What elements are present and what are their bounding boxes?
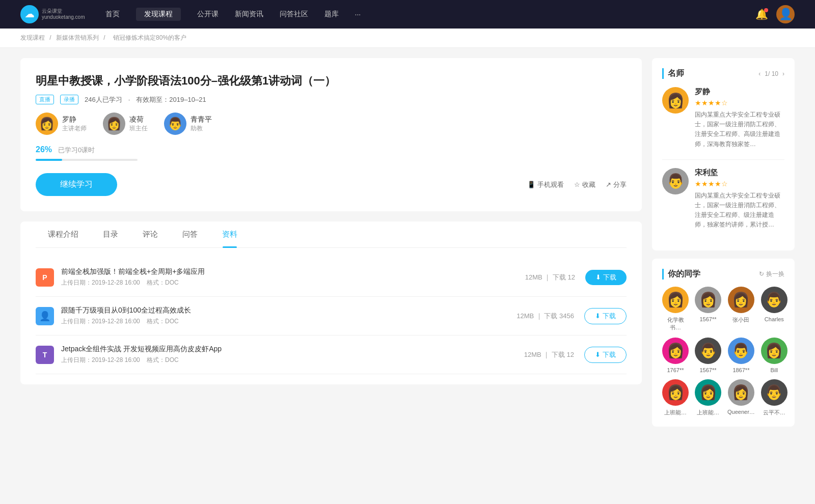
teacher-2: 👩 凌荷 班主任 <box>103 113 148 135</box>
resource-meta-1: 上传日期：2019-12-28 16:00 格式：DOC <box>61 278 525 287</box>
breadcrumb-discover[interactable]: 发现课程 <box>20 34 45 41</box>
tab-review[interactable]: 评论 <box>130 221 170 247</box>
classmate-name-12: 云平不… <box>763 409 785 416</box>
classmate-5: 👩 1767** <box>662 338 689 373</box>
classmate-avatar-3[interactable]: 👩 <box>728 287 754 313</box>
user-avatar[interactable]: 👤 <box>776 5 795 23</box>
teacher-card-name-1: 罗静 <box>695 87 784 97</box>
tab-intro[interactable]: 课程介绍 <box>36 221 91 247</box>
nav-item-news[interactable]: 新闻资讯 <box>235 8 263 21</box>
student-count: 246人已学习 <box>85 95 122 104</box>
classmate-avatar-9[interactable]: 👩 <box>662 379 689 406</box>
teacher-desc-2: 国内某重点大学安全工程专业硕士，国家一级注册消防工程师、注册安全工程师、级注册建… <box>695 191 784 230</box>
nav-right: 🔔 👤 <box>755 5 795 23</box>
logo-sub: yunduoketang.com <box>42 14 85 20</box>
classmate-avatar-7[interactable]: 👨 <box>728 338 754 364</box>
resource-meta-2: 上传日期：2019-12-28 16:00 格式：DOC <box>61 317 517 326</box>
classmate-4: 👨 Charles <box>761 287 787 331</box>
nav-item-qa[interactable]: 问答社区 <box>280 8 308 21</box>
course-title: 明星中教授课，小学阶段语法100分–强化级第1讲动词（一） <box>36 73 627 89</box>
classmate-name-2: 1567** <box>699 316 716 322</box>
classmate-avatar-11[interactable]: 👩 <box>728 379 754 406</box>
tab-qa[interactable]: 问答 <box>170 221 210 247</box>
next-page-icon[interactable]: › <box>782 70 784 77</box>
download-button-2[interactable]: ⬇ 下载 <box>584 308 627 324</box>
breadcrumb-sep1: / <box>49 34 53 41</box>
teachers-panel-title: 名师 <box>662 68 684 79</box>
classmate-avatar-5[interactable]: 👩 <box>662 338 689 364</box>
collect-button[interactable]: ☆ 收藏 <box>574 180 595 189</box>
classmate-name-6: 1567** <box>699 367 716 373</box>
teachers-panel-header: 名师 ‹ 1/ 10 › <box>662 68 784 79</box>
classmate-10: 👩 上班能… <box>695 379 721 416</box>
classmate-name-10: 上班能… <box>697 409 719 416</box>
teacher-3-name: 青青平 <box>191 115 212 124</box>
teacher-1-role: 主讲老师 <box>62 124 87 133</box>
teachers-panel-nav: ‹ 1/ 10 › <box>758 70 784 77</box>
nav-item-more[interactable]: ··· <box>355 8 361 20</box>
collect-icon: ☆ <box>574 181 580 188</box>
logo-text: 云朵课堂 yunduoketang.com <box>42 8 85 20</box>
classmate-name-8: Bill <box>770 367 778 373</box>
teacher-stars-2: ★★★★☆ <box>695 180 784 188</box>
breadcrumb-sep2: / <box>103 34 107 41</box>
nav-items: 首页 发现课程 公开课 新闻资讯 问答社区 题库 ··· <box>105 8 755 21</box>
nav-item-discover[interactable]: 发现课程 <box>136 8 181 21</box>
tabs-section: 课程介绍 目录 评论 问答 资料 P 前端全栈加强版！前端全栈+全周期+多端应用… <box>20 221 642 384</box>
logo-icon: ☁ <box>20 5 39 23</box>
classmate-avatar-12[interactable]: 👨 <box>761 379 787 406</box>
resource-name-2: 跟随千万级项目从0到100全过程高效成长 <box>61 306 517 315</box>
teacher-3-role: 助教 <box>191 124 212 133</box>
classmate-avatar-6[interactable]: 👨 <box>695 338 721 364</box>
teacher-2-name: 凌荷 <box>129 115 148 124</box>
logo-name: 云朵课堂 <box>42 8 85 14</box>
divider <box>662 159 784 160</box>
classmates-title: 你的同学 <box>662 269 700 279</box>
resource-info-3: Jetpack全组件实战 开发短视频应用高仿皮皮虾App 上传日期：2019-1… <box>61 345 524 365</box>
course-header-card: 明星中教授课，小学阶段语法100分–强化级第1讲动词（一） 直播 录播 246人… <box>20 58 642 211</box>
logo[interactable]: ☁ 云朵课堂 yunduoketang.com <box>20 5 85 23</box>
mobile-view-button[interactable]: 📱 手机观看 <box>527 180 564 189</box>
prev-page-icon[interactable]: ‹ <box>758 70 760 77</box>
classmate-name-3: 张小田 <box>732 316 749 324</box>
course-actions: 继续学习 📱 手机观看 ☆ 收藏 ↗ 分享 <box>36 173 627 196</box>
navbar: ☁ 云朵课堂 yunduoketang.com 首页 发现课程 公开课 新闻资讯… <box>0 0 815 29</box>
bell-icon[interactable]: 🔔 <box>755 8 768 20</box>
classmate-name-5: 1767** <box>667 367 684 373</box>
share-button[interactable]: ↗ 分享 <box>606 180 627 189</box>
download-icon-1: ⬇ <box>595 273 601 281</box>
classmates-header: 你的同学 ↻ 换一换 <box>662 269 784 279</box>
refresh-icon: ↻ <box>759 270 764 277</box>
classmate-3: 👩 张小田 <box>727 287 755 331</box>
course-meta: 直播 录播 246人已学习 · 有效期至：2019–10–21 <box>36 95 627 104</box>
nav-item-quiz[interactable]: 题库 <box>324 8 339 21</box>
teacher-1-name: 罗静 <box>62 115 87 124</box>
classmate-6: 👨 1567** <box>695 338 721 373</box>
tab-resource[interactable]: 资料 <box>210 221 250 247</box>
refresh-button[interactable]: ↻ 换一换 <box>759 270 784 278</box>
download-button-3[interactable]: ⬇ 下载 <box>584 347 627 363</box>
continue-button[interactable]: 继续学习 <box>36 173 117 196</box>
resource-icon-1: P <box>36 268 54 287</box>
classmate-name-11: Queener… <box>727 409 755 415</box>
nav-item-open[interactable]: 公开课 <box>197 8 219 21</box>
teacher-2-info: 凌荷 班主任 <box>129 115 148 133</box>
mobile-icon: 📱 <box>527 181 535 188</box>
teacher-1-avatar: 👩 <box>36 113 58 135</box>
download-button-1[interactable]: ⬇ 下载 <box>585 270 627 285</box>
tab-content: P 前端全栈加强版！前端全栈+全周期+多端应用 上传日期：2019-12-28 … <box>36 248 627 384</box>
classmate-avatar-4[interactable]: 👨 <box>761 287 787 313</box>
tab-catalog[interactable]: 目录 <box>91 221 130 247</box>
action-buttons: 📱 手机观看 ☆ 收藏 ↗ 分享 <box>527 180 627 189</box>
classmate-avatar-1[interactable]: 👩 <box>662 287 689 313</box>
classmate-avatar-2[interactable]: 👩 <box>695 287 721 313</box>
resource-size-3: 12MB ｜ 下载 12 <box>524 350 574 359</box>
classmate-avatar-8[interactable]: 👩 <box>761 338 787 364</box>
classmate-avatar-10[interactable]: 👩 <box>695 379 721 406</box>
nav-item-home[interactable]: 首页 <box>105 8 120 21</box>
resource-size-2: 12MB ｜ 下载 3456 <box>517 312 574 321</box>
teacher-card-2: 👨 宋利坚 ★★★★☆ 国内某重点大学安全工程专业硕士，国家一级注册消防工程师、… <box>662 168 784 230</box>
breadcrumb-series[interactable]: 新媒体营销系列 <box>56 34 99 41</box>
content-right: 名师 ‹ 1/ 10 › 👩 <box>652 58 795 427</box>
teacher-desc-1: 国内某重点大学安全工程专业硕士，国家一级注册消防工程师、注册安全工程师、高级注册… <box>695 110 784 149</box>
